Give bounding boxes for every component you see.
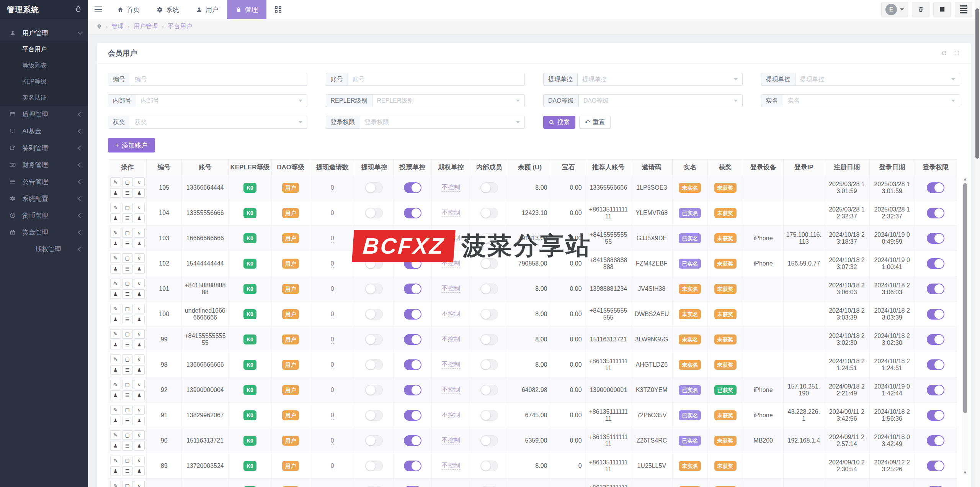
layers-button[interactable]: ☰ (122, 289, 133, 299)
toggle-off[interactable] (480, 284, 498, 294)
toggle-off[interactable] (365, 334, 383, 345)
toggle-on[interactable] (927, 461, 944, 471)
filter-input-0[interactable] (135, 76, 302, 83)
open-external-button[interactable] (933, 2, 951, 17)
scroll-thumb[interactable] (963, 183, 967, 413)
verify-button[interactable]: ν (134, 430, 145, 440)
toggle-off[interactable] (480, 461, 498, 471)
menu-list-button[interactable] (955, 2, 972, 17)
verify-button[interactable]: ν (134, 279, 145, 288)
toggle-off[interactable] (365, 486, 383, 487)
toggle-on[interactable] (927, 385, 944, 395)
edit-button[interactable]: ✎ (110, 228, 121, 238)
window-button[interactable]: ▢ (122, 354, 133, 364)
invites-link[interactable]: 0 (331, 336, 334, 344)
team-alt-button[interactable]: ♟ (134, 340, 145, 349)
filter-select-6[interactable]: DAO等级 (578, 94, 743, 107)
window-button[interactable]: ▢ (122, 253, 133, 263)
toggle-on[interactable] (404, 208, 421, 218)
verify-button[interactable]: ν (134, 177, 145, 187)
filter-select-8[interactable]: 获奖 (130, 116, 307, 129)
team-alt-button[interactable]: ♟ (134, 239, 145, 248)
toggle-on[interactable] (927, 410, 944, 421)
edit-button[interactable]: ✎ (110, 329, 121, 339)
toggle-on[interactable] (927, 208, 944, 218)
option-control-link[interactable]: 不控制 (442, 462, 460, 470)
edit-button[interactable]: ✎ (110, 430, 121, 440)
nav-tab-系统[interactable]: 系统 (148, 0, 188, 19)
window-button[interactable]: ▢ (122, 481, 133, 487)
verify-button[interactable]: ν (134, 228, 145, 238)
sidebar-item-5[interactable]: 公告管理 (0, 173, 88, 190)
option-control-link[interactable]: 不控制 (442, 361, 460, 369)
option-control-link[interactable]: 不控制 (442, 336, 460, 343)
apps-grid-icon[interactable] (266, 0, 290, 19)
verify-button[interactable]: ν (134, 481, 145, 487)
option-control-link[interactable]: 不控制 (442, 260, 460, 267)
team-alt-button[interactable]: ♟ (134, 466, 145, 476)
verify-button[interactable]: ν (134, 253, 145, 263)
window-button[interactable]: ▢ (122, 203, 133, 212)
team-button[interactable]: ♟ (110, 289, 121, 299)
toggle-off[interactable] (365, 410, 383, 421)
sidebar-item-8[interactable]: 赏金管理 (0, 224, 88, 241)
filter-select-3[interactable]: 提现单控 (795, 73, 960, 86)
toggle-off[interactable] (480, 182, 498, 193)
sidebar-subitem[interactable]: 平台用户 (0, 41, 88, 57)
option-control-link[interactable]: 不控制 (442, 209, 460, 217)
team-alt-button[interactable]: ♟ (134, 365, 145, 375)
edit-button[interactable]: ✎ (110, 253, 121, 263)
team-button[interactable]: ♟ (110, 416, 121, 425)
toggle-on[interactable] (927, 284, 944, 294)
reset-button[interactable]: ↶重置 (579, 116, 611, 129)
invites-link[interactable]: 0 (331, 285, 334, 293)
toggle-on[interactable] (404, 461, 421, 471)
search-button[interactable]: 搜索 (543, 116, 575, 129)
edit-button[interactable]: ✎ (110, 279, 121, 288)
layers-button[interactable]: ☰ (122, 188, 133, 198)
toggle-on[interactable] (404, 435, 421, 446)
verify-button[interactable]: ν (134, 456, 145, 465)
toggle-off[interactable] (365, 435, 383, 446)
toggle-off[interactable] (365, 359, 383, 370)
layers-button[interactable]: ☰ (122, 264, 133, 274)
toggle-on[interactable] (927, 359, 944, 370)
team-alt-button[interactable]: ♟ (134, 441, 145, 451)
option-control-link[interactable]: 不控制 (442, 184, 460, 192)
team-button[interactable]: ♟ (110, 239, 121, 248)
toggle-off[interactable] (480, 258, 498, 269)
window-button[interactable]: ▢ (122, 456, 133, 465)
invites-link[interactable]: 0 (331, 387, 334, 394)
layers-button[interactable]: ☰ (122, 441, 133, 451)
sidebar-subitem[interactable]: KEP等级 (0, 74, 88, 90)
sidebar-item-7[interactable]: P货币管理 (0, 207, 88, 224)
layers-button[interactable]: ☰ (122, 416, 133, 425)
window-button[interactable]: ▢ (122, 304, 133, 313)
toggle-off[interactable] (480, 208, 498, 218)
window-button[interactable]: ▢ (122, 279, 133, 288)
trash-button[interactable] (912, 2, 929, 17)
table-scrollbar[interactable]: ▲ ▼ (962, 176, 968, 475)
toggle-on[interactable] (927, 182, 944, 193)
filter-select-2[interactable]: 提现单控 (577, 73, 743, 86)
verify-button[interactable]: ν (134, 405, 145, 415)
toggle-off[interactable] (365, 461, 383, 471)
edit-button[interactable]: ✎ (110, 177, 121, 187)
edit-button[interactable]: ✎ (110, 203, 121, 212)
invites-link[interactable]: 0 (331, 412, 334, 420)
verify-button[interactable]: ν (134, 380, 145, 389)
toggle-off[interactable] (365, 233, 383, 244)
team-button[interactable]: ♟ (110, 441, 121, 451)
edit-button[interactable]: ✎ (110, 456, 121, 465)
sidebar-item-4[interactable]: 财务管理 (0, 156, 88, 173)
edit-button[interactable]: ✎ (110, 380, 121, 389)
window-button[interactable]: ▢ (122, 177, 133, 187)
invites-link[interactable]: 0 (331, 235, 334, 243)
toggle-off[interactable] (480, 486, 498, 487)
sidebar-item-6[interactable]: 系统配置 (0, 190, 88, 207)
edit-button[interactable]: ✎ (110, 354, 121, 364)
edit-button[interactable]: ✎ (110, 405, 121, 415)
scroll-up-arrow[interactable]: ▲ (962, 176, 968, 182)
filter-select-7[interactable]: 实名 (783, 94, 960, 107)
invites-link[interactable]: 0 (331, 311, 334, 318)
